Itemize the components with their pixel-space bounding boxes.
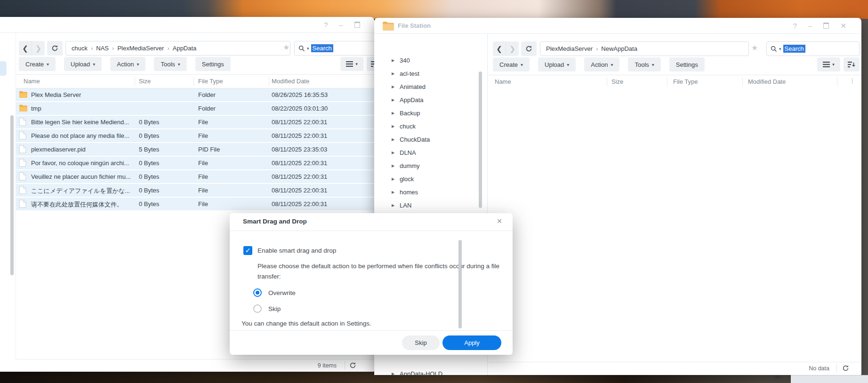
tree-item-340[interactable]: ▶340 [378, 54, 481, 67]
help-icon[interactable]: ? [324, 21, 328, 29]
refresh-button[interactable] [47, 41, 63, 56]
table-row[interactable]: Veuillez ne placer aucun fichier mu... 0… [16, 170, 374, 183]
column-options-icon[interactable]: ⋮ [849, 77, 855, 84]
right-window-titlebar[interactable]: File Station ? – ✕ [374, 18, 861, 34]
table-row[interactable]: Bitte legen Sie hier keine Mediend... 0 … [16, 116, 374, 128]
breadcrumb-item[interactable]: PlexMediaServer [546, 45, 593, 52]
table-row[interactable]: Por favor, no coloque ningún archi... 0 … [16, 157, 374, 169]
overwrite-radio[interactable] [253, 288, 262, 297]
table-row[interactable]: ここにメディアファイルを置かな... 0 Bytes File 08/11/20… [16, 184, 374, 197]
tree-expand-icon: ▶ [392, 58, 395, 63]
column-header-name[interactable]: Name [495, 78, 511, 85]
create-button[interactable]: Create▾ [19, 57, 56, 71]
table-row[interactable]: tmp Folder 08/22/2025 03:01:30 [16, 102, 374, 115]
breadcrumb[interactable]: PlexMediaServer › NewAppData [540, 41, 749, 56]
column-header-type[interactable]: File Type [673, 78, 698, 85]
view-mode-button[interactable]: ▾ [817, 57, 840, 72]
forward-button[interactable]: ❯ [32, 41, 45, 56]
view-mode-button[interactable]: ▾ [340, 57, 363, 71]
column-header-name[interactable]: Name [24, 78, 40, 85]
dialog-skip-button[interactable]: Skip [402, 335, 440, 350]
sort-button[interactable] [844, 57, 860, 72]
file-size: 0 Bytes [139, 173, 159, 180]
breadcrumb-item[interactable]: AppData [173, 45, 197, 52]
tree-scrollbar[interactable] [10, 115, 14, 275]
forward-button[interactable]: ❯ [506, 41, 519, 56]
action-button[interactable]: Action▾ [584, 57, 619, 72]
tree-item-appdata[interactable]: ▶AppData [378, 93, 481, 106]
background-window-fragment [791, 375, 868, 383]
tools-button[interactable]: Tools▾ [154, 57, 186, 71]
dialog-scrollbar[interactable] [458, 240, 462, 328]
column-header-type[interactable]: File Type [198, 78, 223, 85]
minimize-icon[interactable]: – [808, 22, 812, 30]
help-icon[interactable]: ? [793, 22, 797, 30]
action-button[interactable]: Action▾ [110, 57, 145, 71]
checkbox-label[interactable]: Enable smart drag and drop [257, 247, 336, 254]
minimize-icon[interactable]: – [339, 21, 343, 29]
dialog-titlebar[interactable]: Smart Drag and Drop ✕ [230, 213, 513, 231]
tree-item-chuckdata[interactable]: ▶ChuckData [378, 133, 481, 146]
maximize-icon[interactable] [823, 23, 829, 29]
favorite-star-icon[interactable]: ★ [283, 44, 289, 51]
table-row[interactable]: 请不要在此处放置任何媒体文件。 0 Bytes File 08/11/2025 … [16, 198, 374, 210]
file-icon [19, 186, 26, 194]
refresh-icon[interactable] [349, 362, 356, 369]
dialog-apply-button[interactable]: Apply [442, 335, 501, 350]
tree-item-animated[interactable]: ▶Animated [378, 80, 481, 93]
breadcrumb-item[interactable]: NAS [96, 45, 109, 52]
column-header-modified[interactable]: Modified Date [748, 78, 786, 85]
table-row[interactable]: Please do not place any media file... 0 … [16, 129, 374, 142]
skip-radio[interactable] [253, 304, 262, 313]
column-header-size[interactable]: Size [139, 78, 151, 85]
search-options-caret[interactable]: ▾ [779, 47, 781, 51]
breadcrumb-item[interactable]: PlexMediaServer [117, 45, 164, 52]
breadcrumb-item[interactable]: chuck [72, 45, 88, 52]
skip-radio-label[interactable]: Skip [268, 305, 281, 312]
search-options-caret[interactable]: ▾ [307, 46, 309, 51]
tree-selected-item-fragment[interactable] [0, 61, 7, 76]
close-icon[interactable]: ✕ [840, 22, 846, 30]
file-size: 0 Bytes [139, 119, 159, 126]
upload-button[interactable]: Upload▾ [64, 57, 102, 71]
tree-item-chuck[interactable]: ▶chuck [378, 120, 481, 133]
chevron-down-icon: ▾ [832, 62, 835, 67]
file-date: 08/11/2025 22:00:31 [272, 160, 327, 167]
empty-file-area[interactable] [488, 88, 861, 362]
back-button[interactable]: ❮ [19, 41, 32, 56]
column-header-size[interactable]: Size [611, 78, 623, 85]
close-icon[interactable]: ✕ [497, 217, 502, 225]
tools-button[interactable]: Tools▾ [628, 57, 660, 72]
upload-button[interactable]: Upload▾ [538, 57, 576, 72]
breadcrumb-item[interactable]: NewAppData [601, 45, 637, 52]
table-row[interactable]: plexmediaserver.pid 5 Bytes PID File 08/… [16, 143, 374, 156]
maximize-icon[interactable] [354, 22, 360, 28]
overwrite-radio-label[interactable]: Overwrite [268, 289, 296, 296]
left-window-titlebar[interactable]: ? – [0, 17, 374, 33]
tree-item-lan[interactable]: ▶LAN [378, 199, 481, 212]
search-input[interactable]: ▾ Search [766, 41, 860, 56]
create-button[interactable]: Create▾ [493, 57, 530, 72]
column-header-modified[interactable]: Modified Date [272, 78, 309, 85]
refresh-icon [525, 45, 532, 52]
enable-smart-dragdrop-checkbox[interactable]: ✓ [243, 246, 252, 255]
breadcrumb[interactable]: chuck › NAS › PlexMediaServer › AppData [65, 41, 290, 56]
tree-item-glock[interactable]: ▶glock [378, 172, 481, 185]
tree-item-backup[interactable]: ▶Backup [378, 106, 481, 120]
tree-scrollbar[interactable] [479, 72, 482, 208]
tree-item-dummy[interactable]: ▶dummy [378, 159, 481, 172]
tree-item-appdata-hold[interactable]: ▶AppData-HOLD [378, 367, 481, 375]
settings-button[interactable]: Settings [195, 57, 231, 71]
back-button[interactable]: ❮ [493, 41, 506, 56]
favorite-star-icon[interactable]: ★ [751, 44, 758, 52]
refresh-button[interactable] [521, 41, 537, 56]
file-name: Please do not place any media file... [31, 132, 129, 139]
tree-item-homes[interactable]: ▶homes [378, 185, 481, 199]
tree-item-acl-test[interactable]: ▶acl-test [378, 67, 481, 80]
settings-button[interactable]: Settings [669, 57, 705, 72]
breadcrumb-separator: › [112, 45, 114, 52]
sort-icon [848, 62, 855, 68]
tree-item-dlna[interactable]: ▶DLNA [378, 146, 481, 159]
refresh-icon[interactable] [842, 365, 849, 372]
table-row[interactable]: Plex Media Server Folder 08/26/2025 16:3… [16, 88, 374, 101]
